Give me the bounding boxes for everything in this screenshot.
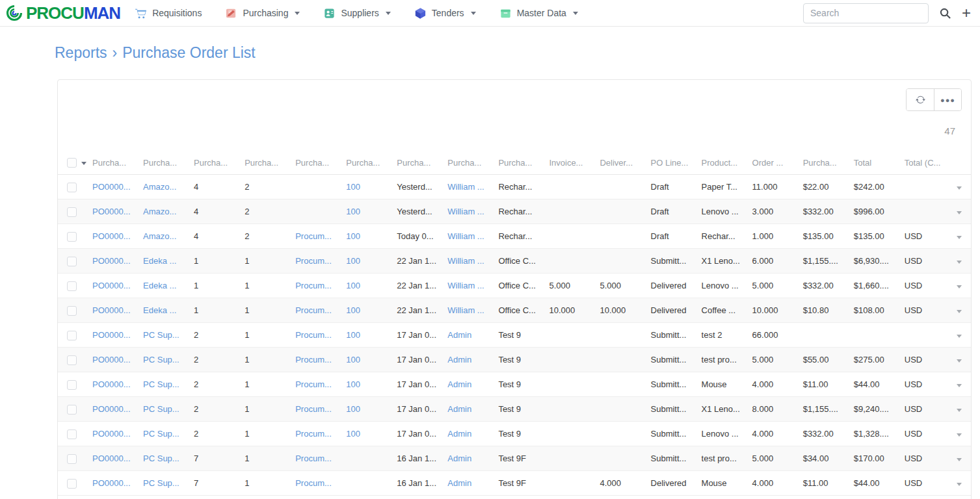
- column-header[interactable]: Total: [850, 152, 901, 175]
- cell-link[interactable]: 100: [346, 429, 360, 439]
- cell-link[interactable]: PO0000...: [92, 305, 131, 315]
- cell-link[interactable]: 100: [346, 305, 360, 315]
- column-header[interactable]: Purcha...: [241, 152, 291, 175]
- row-menu-caret[interactable]: [957, 261, 962, 264]
- nav-item-master-data[interactable]: Master Data: [499, 7, 578, 19]
- row-checkbox[interactable]: [67, 479, 77, 489]
- cell-link[interactable]: 100: [346, 355, 360, 365]
- row-menu-caret[interactable]: [957, 433, 962, 437]
- add-button[interactable]: +: [962, 5, 971, 21]
- cell-link[interactable]: PC Sup...: [143, 478, 179, 488]
- cell-link[interactable]: PC Sup...: [143, 330, 179, 340]
- row-checkbox[interactable]: [67, 257, 77, 266]
- column-header[interactable]: Purcha...: [88, 152, 139, 175]
- column-header[interactable]: PO Line...: [647, 152, 698, 175]
- cell-link[interactable]: Procum...: [295, 379, 332, 389]
- row-menu-caret[interactable]: [957, 409, 962, 412]
- cell-link[interactable]: PO0000...: [92, 478, 131, 488]
- cell-link[interactable]: William ...: [447, 231, 484, 241]
- cell-link[interactable]: PO0000...: [92, 355, 131, 365]
- cell-link[interactable]: Procum...: [295, 305, 332, 315]
- cell-link[interactable]: 100: [346, 207, 360, 216]
- nav-item-tenders[interactable]: Tenders: [414, 7, 476, 19]
- cell-link[interactable]: PO0000...: [92, 330, 131, 340]
- cell-link[interactable]: Procum...: [295, 231, 332, 241]
- refresh-button[interactable]: [907, 89, 934, 110]
- column-header[interactable]: Purcha...: [444, 152, 494, 175]
- cell-link[interactable]: Procum...: [295, 454, 332, 463]
- row-checkbox[interactable]: [67, 183, 77, 192]
- row-menu-caret[interactable]: [957, 186, 962, 190]
- cell-link[interactable]: Amazo...: [143, 182, 176, 192]
- cell-link[interactable]: PC Sup...: [143, 404, 179, 414]
- cell-link[interactable]: PO0000...: [92, 256, 131, 266]
- cell-link[interactable]: Procum...: [295, 281, 332, 290]
- row-menu-caret[interactable]: [957, 359, 962, 363]
- row-menu-caret[interactable]: [957, 335, 962, 338]
- row-menu-caret[interactable]: [957, 384, 962, 387]
- cell-link[interactable]: PO0000...: [92, 182, 131, 192]
- cell-link[interactable]: William ...: [447, 256, 484, 266]
- cell-link[interactable]: 100: [346, 231, 360, 241]
- column-header[interactable]: Order ...: [748, 152, 799, 175]
- cell-link[interactable]: William ...: [447, 182, 484, 192]
- cell-link[interactable]: Procum...: [295, 330, 332, 340]
- cell-link[interactable]: William ...: [447, 207, 484, 216]
- cell-link[interactable]: Admin: [447, 330, 471, 340]
- cell-link[interactable]: PO0000...: [92, 231, 131, 241]
- row-menu-caret[interactable]: [957, 310, 962, 313]
- cell-link[interactable]: William ...: [447, 281, 484, 290]
- row-menu-caret[interactable]: [957, 211, 962, 214]
- cell-link[interactable]: Procum...: [295, 355, 332, 365]
- cell-link[interactable]: Edeka ...: [143, 305, 176, 315]
- cell-link[interactable]: 100: [346, 281, 360, 290]
- cell-link[interactable]: Admin: [447, 454, 471, 463]
- cell-link[interactable]: Amazo...: [143, 207, 176, 216]
- cell-link[interactable]: 100: [346, 256, 360, 266]
- row-checkbox[interactable]: [67, 355, 77, 365]
- cell-link[interactable]: 100: [346, 379, 360, 389]
- cell-link[interactable]: Amazo...: [143, 231, 176, 241]
- cell-link[interactable]: PC Sup...: [143, 379, 179, 389]
- row-checkbox[interactable]: [67, 331, 77, 340]
- column-header[interactable]: Purcha...: [494, 152, 545, 175]
- cell-link[interactable]: Admin: [447, 404, 471, 414]
- row-checkbox[interactable]: [67, 380, 77, 390]
- select-menu-caret[interactable]: [81, 162, 86, 165]
- cell-link[interactable]: PC Sup...: [143, 355, 179, 365]
- row-checkbox[interactable]: [67, 454, 77, 464]
- column-header[interactable]: Deliver...: [596, 152, 646, 175]
- cell-link[interactable]: Admin: [447, 355, 471, 365]
- cell-link[interactable]: 100: [346, 404, 360, 414]
- nav-item-requisitions[interactable]: Requisitions: [135, 7, 202, 19]
- cell-link[interactable]: Procum...: [295, 404, 332, 414]
- row-checkbox[interactable]: [67, 281, 77, 291]
- cell-link[interactable]: Admin: [447, 478, 471, 488]
- search-button[interactable]: [939, 7, 951, 19]
- breadcrumb-reports-link[interactable]: Reports: [55, 44, 107, 61]
- cell-link[interactable]: PO0000...: [92, 404, 131, 414]
- cell-link[interactable]: PC Sup...: [143, 429, 179, 439]
- cell-link[interactable]: Admin: [447, 429, 471, 439]
- cell-link[interactable]: PO0000...: [92, 454, 131, 463]
- cell-link[interactable]: Edeka ...: [143, 256, 176, 266]
- row-checkbox[interactable]: [67, 207, 77, 217]
- row-checkbox[interactable]: [67, 405, 77, 415]
- column-header[interactable]: Product...: [698, 152, 748, 175]
- cell-link[interactable]: PO0000...: [92, 429, 131, 439]
- nav-item-suppliers[interactable]: Suppliers: [323, 7, 390, 19]
- more-options-button[interactable]: ●●●: [934, 89, 961, 110]
- row-menu-caret[interactable]: [957, 236, 962, 239]
- cell-link[interactable]: PO0000...: [92, 281, 131, 290]
- logo[interactable]: PROCUMAN: [5, 4, 120, 22]
- row-menu-caret[interactable]: [957, 483, 962, 486]
- cell-link[interactable]: PO0000...: [92, 379, 131, 389]
- cell-link[interactable]: PC Sup...: [143, 454, 179, 463]
- row-checkbox[interactable]: [67, 306, 77, 316]
- column-header[interactable]: Purcha...: [291, 152, 342, 175]
- column-header[interactable]: Total (C...: [901, 152, 951, 175]
- cell-link[interactable]: Edeka ...: [143, 281, 176, 290]
- row-checkbox[interactable]: [67, 232, 77, 242]
- column-header[interactable]: Invoice...: [545, 152, 596, 175]
- cell-link[interactable]: William ...: [447, 305, 484, 315]
